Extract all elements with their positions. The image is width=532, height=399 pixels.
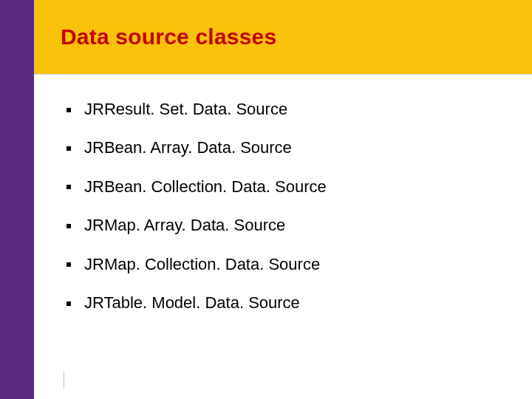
list-item-label: JRTable. Model. Data. Source <box>84 293 300 313</box>
title-band: Data source classes <box>34 0 532 74</box>
list-item: JRBean. Array. Data. Source <box>66 138 502 157</box>
list-item-label: JRMap. Collection. Data. Source <box>84 255 320 274</box>
bullet-icon <box>66 301 71 306</box>
bullet-icon <box>66 146 71 151</box>
bullet-icon <box>66 262 71 267</box>
list-item: JRBean. Collection. Data. Source <box>66 177 502 197</box>
list-item-label: JRMap. Array. Data. Source <box>84 216 285 235</box>
list-item: JRMap. Collection. Data. Source <box>66 255 502 274</box>
list-item-label: JRResult. Set. Data. Source <box>84 100 287 119</box>
content-area: JRResult. Set. Data. Source JRBean. Arra… <box>66 100 502 332</box>
bullet-list: JRResult. Set. Data. Source JRBean. Arra… <box>66 100 502 313</box>
list-item: JRResult. Set. Data. Source <box>66 100 502 119</box>
list-item: JRTable. Model. Data. Source <box>66 293 502 313</box>
slide-title: Data source classes <box>34 24 276 50</box>
list-item-label: JRBean. Array. Data. Source <box>84 138 292 157</box>
slide: Data source classes JRResult. Set. Data.… <box>0 0 532 399</box>
bullet-icon <box>66 185 71 189</box>
bullet-icon <box>66 108 71 112</box>
left-accent-stripe <box>0 0 34 399</box>
list-item-label: JRBean. Collection. Data. Source <box>84 177 327 197</box>
bullet-icon <box>66 224 71 228</box>
list-item: JRMap. Array. Data. Source <box>66 216 502 235</box>
footer-divider <box>64 372 64 389</box>
